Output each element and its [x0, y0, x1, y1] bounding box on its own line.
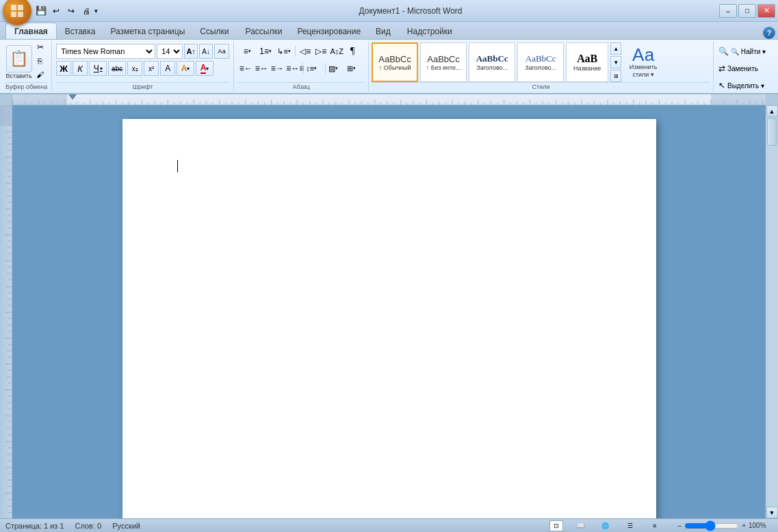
editing-group: 🔍 🔍 Найти ▾ ⇄ Заменить ↖ Выделить ▾ Реда…	[714, 41, 777, 92]
document-page: BOXPROGRAMS.RU	[122, 119, 656, 518]
paste-button[interactable]: 📋	[6, 45, 32, 72]
bullets-button[interactable]: ≡▾	[238, 44, 256, 59]
style-no-spacing[interactable]: AaBbCс ↑ Без инте...	[420, 42, 467, 82]
scroll-down-button[interactable]: ▼	[766, 507, 778, 518]
font-size-select[interactable]: 14	[157, 44, 183, 59]
align-center-button[interactable]: ≡↔	[254, 61, 269, 76]
save-button[interactable]: 💾	[34, 5, 48, 17]
paragraph-group: ≡▾ 1≡▾ ↳≡▾ ◁≡ ▷≡ A↕Z ¶ ≡← ≡↔ ≡→ ≡↔≡ ↕≡▾ …	[234, 41, 369, 92]
svg-rect-9	[0, 105, 12, 518]
italic-button[interactable]: К	[73, 61, 88, 76]
numbering-button[interactable]: 1≡▾	[257, 44, 274, 59]
styles-scroll-down[interactable]: ▼	[610, 56, 621, 68]
sort-button[interactable]: A↕Z	[329, 44, 344, 59]
language-status: Русский	[112, 522, 140, 530]
font-grow-button[interactable]: A↑	[184, 44, 198, 59]
tab-insert[interactable]: Вставка	[57, 24, 104, 39]
style-normal[interactable]: AaBbCс ↑ Обычный	[372, 42, 418, 82]
superscript-button[interactable]: x²	[144, 61, 159, 76]
help-icon[interactable]: ?	[763, 27, 775, 39]
zoom-slider[interactable]	[684, 522, 739, 529]
scroll-thumb[interactable]	[767, 118, 777, 146]
styles-group: AaBbCс ↑ Обычный AaBbCс ↑ Без инте... Aa…	[369, 41, 714, 92]
print-layout-button[interactable]: ⊡	[549, 520, 563, 531]
quick-access-toolbar: 💾 ↩ ↪ 🖨 ▾	[34, 5, 98, 17]
tab-layout[interactable]: Разметка страницы	[103, 24, 192, 39]
tab-mailings[interactable]: Рассылки	[237, 24, 291, 39]
paste-label: Вставить	[6, 72, 32, 79]
tab-references[interactable]: Ссылки	[192, 24, 237, 39]
window-title: Документ1 - Microsoft Word	[102, 6, 719, 16]
full-reading-button[interactable]: 📖	[574, 520, 588, 531]
print-preview-button[interactable]: 🖨	[79, 5, 93, 17]
shading-button[interactable]: ▨▾	[328, 61, 346, 76]
page-status: Страница: 1 из 1	[5, 522, 64, 530]
horizontal-ruler	[12, 94, 766, 105]
replace-button[interactable]: ⇄ Заменить	[718, 61, 773, 76]
bold-button[interactable]: Ж	[56, 61, 71, 76]
format-painter-button[interactable]: 🖌	[34, 68, 47, 81]
change-case-button[interactable]: Аа	[214, 44, 229, 59]
style-title[interactable]: АаВ Название	[566, 42, 608, 82]
select-button[interactable]: ↖ Выделить ▾	[718, 78, 773, 93]
font-group: Times New Roman 14 A↑ A↓ Аа Ж К Ч▾	[52, 41, 234, 92]
justify-button[interactable]: ≡↔≡	[285, 61, 300, 76]
redo-button[interactable]: ↪	[64, 5, 78, 17]
cut-button[interactable]: ✂	[34, 41, 47, 53]
paragraph-group-label: Абзац	[238, 82, 364, 90]
increase-indent-button[interactable]: ▷≡	[313, 44, 328, 59]
status-bar: Страница: 1 из 1 Слов: 0 Русский ⊡ 📖 🌐 ☰…	[0, 518, 778, 532]
font-shrink-button[interactable]: A↓	[199, 44, 213, 59]
change-styles-button[interactable]: Аа Изменитьстили ▾	[623, 43, 663, 81]
minimize-button[interactable]: –	[719, 4, 737, 18]
indent-marker[interactable]	[68, 94, 77, 103]
styles-group-label: Стили	[372, 82, 710, 90]
font-name-select[interactable]: Times New Roman	[56, 44, 155, 59]
font-group-label: Шрифт	[56, 82, 229, 90]
align-right-button[interactable]: ≡→	[270, 61, 285, 76]
tab-addins[interactable]: Надстройки	[399, 24, 461, 39]
scroll-up-button[interactable]: ▲	[766, 105, 778, 117]
strikethrough-button[interactable]: abc	[108, 61, 126, 76]
font-color-button[interactable]: А▾	[196, 61, 213, 76]
zoom-controls: – + 100%	[678, 522, 773, 529]
words-status: Слов: 0	[75, 522, 102, 530]
show-formatting-button[interactable]: ¶	[345, 44, 360, 59]
clipboard-group: 📋 Вставить ✂ ⎘ 🖌 Буфер обмена	[1, 41, 52, 92]
tab-home[interactable]: Главная	[5, 23, 57, 39]
multilevel-list-button[interactable]: ↳≡▾	[275, 44, 293, 59]
tab-review[interactable]: Рецензирование	[290, 24, 367, 39]
clear-format-button[interactable]: А	[160, 61, 175, 76]
find-button[interactable]: 🔍 🔍 Найти ▾	[718, 44, 773, 59]
draft-view-button[interactable]: ≡	[648, 520, 662, 531]
border-button[interactable]: ⊞▾	[346, 61, 364, 76]
line-spacing-button[interactable]: ↕≡▾	[305, 61, 323, 76]
maximize-button[interactable]: □	[738, 4, 756, 18]
decrease-indent-button[interactable]: ◁≡	[298, 44, 313, 59]
styles-scroll-up[interactable]: ▲	[610, 42, 621, 55]
style-heading1[interactable]: AaBbCс Заголово...	[469, 42, 515, 82]
document-scroll-area: BOXPROGRAMS.RU	[12, 105, 766, 518]
subscript-button[interactable]: x₂	[127, 61, 142, 76]
align-left-button[interactable]: ≡←	[238, 61, 253, 76]
web-layout-button[interactable]: 🌐	[599, 520, 612, 531]
outline-view-button[interactable]: ☰	[623, 520, 637, 531]
text-cursor[interactable]	[177, 160, 178, 172]
tab-view[interactable]: Вид	[367, 24, 399, 39]
undo-button[interactable]: ↩	[49, 5, 63, 17]
qa-dropdown[interactable]: ▾	[94, 8, 98, 14]
copy-button[interactable]: ⎘	[34, 55, 47, 67]
close-button[interactable]: ✕	[757, 4, 775, 18]
underline-button[interactable]: Ч▾	[89, 61, 107, 76]
clipboard-group-label: Буфер обмена	[5, 82, 47, 90]
vertical-scrollbar[interactable]: ▲ ▼	[766, 105, 778, 518]
highlight-color-button[interactable]: А▾	[177, 61, 194, 76]
styles-expand[interactable]: ⊞	[610, 70, 621, 82]
vertical-ruler	[0, 105, 12, 518]
ribbon-tabs: Главная Вставка Разметка страницы Ссылки…	[0, 22, 778, 40]
ribbon-content: 📋 Вставить ✂ ⎘ 🖌 Буфер обмена Times New …	[0, 40, 778, 94]
style-heading2[interactable]: AaBbCс Заголово...	[517, 42, 564, 82]
zoom-level: 100%	[749, 522, 773, 529]
svg-rect-4	[12, 94, 766, 105]
